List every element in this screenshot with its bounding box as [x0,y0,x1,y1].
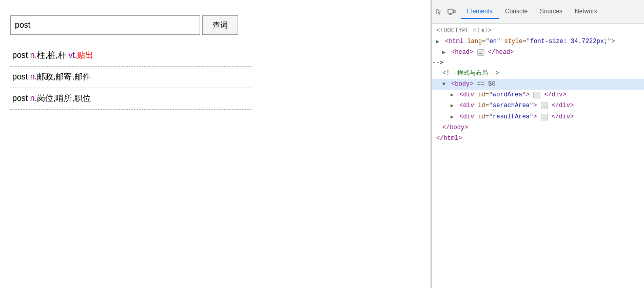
tab-icon-group [434,7,457,17]
expand-icon[interactable] [442,80,447,89]
tree-body-selected[interactable]: <body> == $0 [432,79,644,90]
svg-rect-0 [448,9,453,13]
tree-comment: <!--样式与布局--> [432,68,644,79]
result-word-1: post [12,51,28,59]
result-meaning-1a: 柱,桩,杆 [37,51,68,59]
result-item: post n.柱,桩,杆 vt.贴出 [10,45,251,67]
result-item: post n.岗位,哨所,职位 [10,88,251,110]
result-word-2: post [12,72,28,81]
expand-icon[interactable] [436,38,441,46]
expand-icon[interactable] [451,91,456,99]
search-button[interactable]: 查词 [202,15,238,35]
result-type-1: n. [30,51,37,59]
device-icon[interactable] [446,7,457,17]
tree-doctype: <!DOCTYPE html> [432,26,644,36]
tree-div-searcharea[interactable]: <div id="serachArea"> … </div> [432,100,644,111]
svg-rect-1 [453,10,455,13]
devtools-tabs: Elements Console Sources Network [432,0,644,24]
ellipsis-button[interactable]: … [541,102,548,109]
result-type-3: n. [30,94,37,102]
browser-content: post 查词 post n.柱,桩,杆 vt.贴出 post n.邮政,邮寄,… [0,0,431,288]
tree-div-resultarea[interactable]: <div id="resultArea"> … </div> [432,112,644,122]
expand-icon[interactable] [451,113,456,121]
devtools-tree[interactable]: <!DOCTYPE html> <html lang="en" style="f… [432,24,644,288]
result-meaning-1b: 贴出 [77,51,93,59]
search-input[interactable]: post [10,15,200,35]
tab-console[interactable]: Console [499,5,534,19]
tree-html-close: </html> [432,133,644,144]
cursor-icon[interactable] [434,7,444,17]
result-meaning-2: 邮政,邮寄,邮件 [37,72,91,81]
tab-elements[interactable]: Elements [461,5,499,19]
ellipsis-button[interactable]: … [533,92,540,98]
ellipsis-button[interactable]: … [477,49,484,56]
tree-html-open[interactable]: <html lang="en" style="font-size: 34.722… [432,36,644,47]
expand-icon[interactable] [442,49,447,57]
result-vt-1: vt. [68,51,77,59]
search-area: post 查词 [10,15,420,35]
tab-network[interactable]: Network [569,5,603,19]
tree-body-close: </body> [432,122,644,133]
result-item: post n.邮政,邮寄,邮件 [10,67,251,88]
result-meaning-3: 岗位,哨所,职位 [37,94,91,102]
expand-icon[interactable] [451,102,456,110]
result-type-2: n. [30,72,37,81]
tree-div-wordarea[interactable]: <div id="wordArea"> … </div> [432,90,644,100]
result-word-3: post [12,94,28,102]
ellipsis-button[interactable]: … [541,114,548,120]
tree-head[interactable]: <head> … </head> [432,47,644,58]
devtools-panel: Elements Console Sources Network <!DOCTY… [431,0,644,288]
tab-sources[interactable]: Sources [534,5,569,19]
